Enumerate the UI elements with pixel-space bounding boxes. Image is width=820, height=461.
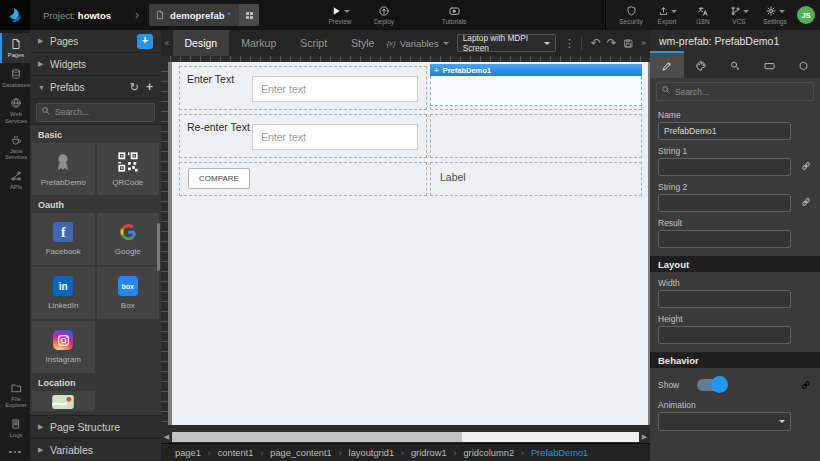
string1-field[interactable] (658, 158, 791, 176)
i18n-button[interactable]: i18N (686, 5, 720, 25)
undo-button[interactable]: ↶ (591, 36, 601, 50)
rail-item-apis[interactable]: APIs (0, 165, 30, 195)
bind-string2-icon[interactable] (800, 196, 812, 208)
wavemaker-logo[interactable] (0, 0, 30, 30)
left-panel-scrollbar[interactable] (157, 223, 160, 271)
page-structure-section[interactable]: ▶ Page Structure (30, 415, 161, 438)
events-tab[interactable] (718, 51, 752, 78)
collapse-left-panel-button[interactable]: « (161, 38, 173, 48)
more-options-button[interactable]: ⋮ (564, 37, 575, 50)
bind-string1-icon[interactable] (800, 160, 812, 172)
animation-select[interactable] (658, 412, 791, 431)
widgets-section-header[interactable]: ▶ Widgets (30, 53, 161, 76)
user-avatar[interactable]: JS (797, 6, 815, 24)
grid-cell-enter-text[interactable]: Enter Text (179, 66, 427, 110)
string2-field[interactable] (658, 194, 791, 212)
security-button[interactable]: Security (614, 5, 648, 25)
coffee-icon (10, 134, 22, 146)
collapse-right-panel-button[interactable]: » (637, 38, 650, 48)
styles-tab[interactable] (684, 51, 718, 78)
re-enter-text-input[interactable] (252, 124, 418, 150)
scroll-right-arrow-icon[interactable]: ▶ (639, 430, 650, 443)
result-field[interactable] (658, 230, 791, 248)
compare-button[interactable]: COMPARE (188, 168, 250, 189)
settings-button[interactable]: Settings (758, 5, 792, 25)
prefab-tile-map[interactable] (32, 391, 95, 411)
scrollbar-track[interactable] (172, 432, 639, 442)
prefabs-section-header[interactable]: ▼ Prefabs ↻ + (30, 76, 161, 99)
collapsed-arrow-icon: ▶ (38, 37, 44, 45)
prefab-tile-facebook[interactable]: f Facebook (32, 213, 95, 265)
tutorials-button[interactable]: Tutorials (435, 5, 473, 25)
enter-text-input[interactable] (252, 76, 418, 102)
behavior-section-header[interactable]: Behavior (650, 352, 820, 368)
rail-item-file-explorer[interactable]: File Explorer (0, 377, 30, 413)
more-icon[interactable] (0, 443, 30, 461)
breadcrumb-prefabdemo1[interactable]: PrefabDemo1 (531, 448, 588, 458)
widget-body[interactable] (430, 76, 642, 106)
prefab-tile-linkedin[interactable]: in LinkedIn (32, 267, 95, 319)
prefab-tile-prefabdemo[interactable]: PrefabDemo (32, 143, 95, 195)
canvas-page[interactable]: Enter Text + PrefabDemo1 (172, 62, 648, 425)
breadcrumb-gridcolumn2[interactable]: gridcolumn2 (463, 448, 514, 458)
properties-tab[interactable] (650, 51, 684, 78)
pages-section-header[interactable]: ▶ Pages + (30, 30, 161, 53)
grid-cell-label[interactable]: Label (430, 162, 642, 196)
add-page-button[interactable]: + (137, 34, 153, 49)
scroll-left-arrow-icon[interactable]: ◀ (161, 430, 172, 443)
breadcrumb-layoutgrid1[interactable]: layoutgrid1 (349, 448, 394, 458)
rail-item-pages[interactable]: Pages (0, 33, 30, 63)
redo-button[interactable]: ↷ (607, 36, 617, 50)
variables-menu[interactable]: {x} Variables (386, 38, 448, 49)
tab-script[interactable]: Script (288, 30, 339, 56)
vcs-button[interactable]: VCS (722, 5, 756, 25)
device-tab[interactable] (752, 51, 786, 78)
rail-item-logs[interactable]: Logs (0, 413, 30, 443)
device-selector[interactable]: Laptop with MDPI Screen (457, 34, 556, 52)
bind-show-icon[interactable] (800, 379, 812, 391)
security-tab[interactable] (786, 51, 820, 78)
export-button[interactable]: i18N Export (650, 5, 684, 25)
tab-markup[interactable]: Markup (229, 30, 288, 56)
width-label: Width (658, 278, 812, 288)
variables-section[interactable]: ▶ Variables (30, 438, 161, 461)
grid-cell-compare[interactable]: COMPARE (179, 162, 427, 196)
breadcrumb-page-content1[interactable]: page_content1 (270, 448, 332, 458)
move-icon[interactable]: + (434, 66, 439, 75)
breadcrumb-page1[interactable]: page1 (175, 448, 201, 458)
selected-prefab-widget[interactable]: + PrefabDemo1 (430, 64, 642, 106)
inspector-search-input[interactable] (656, 82, 814, 101)
tab-style[interactable]: Style (339, 30, 386, 56)
tab-design[interactable]: Design (173, 30, 230, 56)
deploy-button[interactable]: Deploy (365, 5, 403, 25)
breadcrumb-content1[interactable]: content1 (218, 448, 254, 458)
prefab-tile-box[interactable]: box Box (97, 267, 160, 319)
add-prefab-button[interactable]: + (146, 80, 153, 94)
layout-section-header[interactable]: Layout (650, 256, 820, 272)
prefab-search-input[interactable] (36, 103, 155, 122)
preview-button[interactable]: Preview (321, 5, 359, 25)
scrollbar-thumb[interactable] (172, 432, 462, 442)
file-tab-demoprefab[interactable]: demoprefab * (149, 4, 259, 26)
name-field[interactable] (658, 122, 791, 140)
grid-view-button[interactable] (239, 4, 259, 26)
rail-item-java-services[interactable]: Java Services (0, 129, 30, 165)
show-toggle[interactable] (697, 379, 727, 391)
grid-cell-reenter-text[interactable]: Re-enter Text (179, 114, 427, 158)
save-button[interactable] (623, 38, 634, 49)
prefab-tile-google[interactable]: Google (97, 213, 160, 265)
rail-item-web-services[interactable]: Web Services (0, 92, 30, 128)
refresh-prefabs-button[interactable]: ↻ (130, 81, 139, 94)
height-field[interactable] (658, 326, 791, 344)
prefab-tile-qrcode[interactable]: QRCode (97, 143, 160, 195)
gear-icon (765, 5, 777, 17)
grid-cell-prefab[interactable]: + PrefabDemo1 (430, 66, 642, 110)
widget-title-bar[interactable]: + PrefabDemo1 (430, 64, 642, 76)
rail-item-databases[interactable]: Databases (0, 63, 30, 93)
category-oauth: Oauth (30, 195, 161, 213)
width-field[interactable] (658, 290, 791, 308)
breadcrumb-gridrow1[interactable]: gridrow1 (411, 448, 447, 458)
horizontal-scrollbar[interactable]: ◀ ▶ (161, 430, 650, 443)
grid-cell-empty[interactable] (430, 114, 642, 158)
prefab-tile-instagram[interactable]: Instagram (32, 321, 95, 373)
